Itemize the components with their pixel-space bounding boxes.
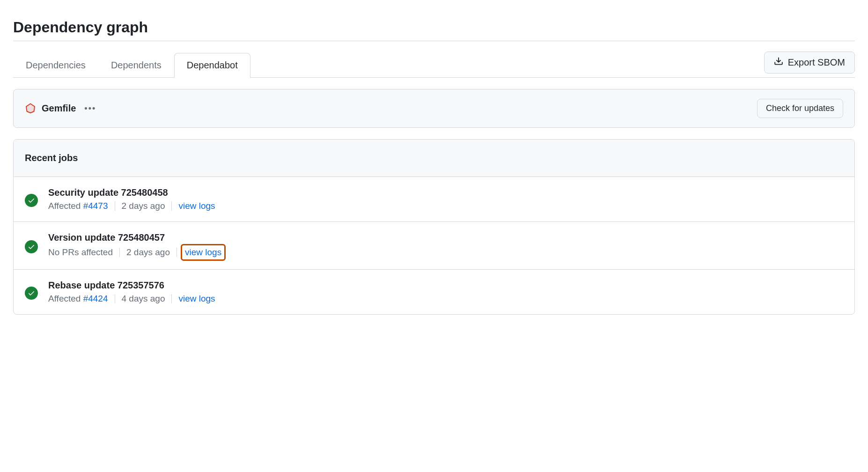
success-check-icon <box>25 240 38 253</box>
job-title: Security update 725480458 <box>48 187 215 198</box>
separator <box>177 248 177 257</box>
download-icon <box>774 57 783 68</box>
separator <box>115 201 115 211</box>
view-logs-link[interactable]: view logs <box>185 247 221 257</box>
job-body: Rebase update 725357576Affected #44244 d… <box>48 280 215 304</box>
job-title: Version update 725480457 <box>48 232 223 243</box>
job-row: Version update 725480457No PRs affected2… <box>14 222 854 270</box>
separator <box>171 201 172 211</box>
view-logs-wrap: view logs <box>178 201 215 211</box>
tabs-row: Dependencies Dependents Dependabot Expor… <box>13 52 855 78</box>
pr-link[interactable]: #4424 <box>83 294 108 303</box>
separator <box>115 294 115 303</box>
view-logs-wrap: view logs <box>178 294 215 304</box>
view-logs-link[interactable]: view logs <box>178 294 215 303</box>
job-affected: Affected #4424 <box>48 294 108 304</box>
job-meta: Affected #44244 days agoview logs <box>48 294 215 304</box>
recent-jobs-box: Recent jobs Security update 725480458Aff… <box>13 139 855 315</box>
job-affected: No PRs affected <box>48 247 113 258</box>
tabs: Dependencies Dependents Dependabot <box>13 52 764 77</box>
job-meta: Affected #44732 days agoview logs <box>48 201 215 211</box>
view-logs-wrap: view logs <box>181 244 226 261</box>
recent-jobs-heading: Recent jobs <box>14 140 854 177</box>
separator <box>171 294 172 303</box>
job-time: 2 days ago <box>126 247 170 258</box>
job-title: Rebase update 725357576 <box>48 280 215 291</box>
separator <box>119 248 120 257</box>
job-affected: Affected #4473 <box>48 201 108 211</box>
tab-dependabot[interactable]: Dependabot <box>174 53 250 77</box>
view-logs-link[interactable]: view logs <box>178 201 215 211</box>
job-time: 4 days ago <box>122 294 165 304</box>
success-check-icon <box>25 194 38 207</box>
job-row: Rebase update 725357576Affected #44244 d… <box>14 270 854 314</box>
job-row: Security update 725480458Affected #44732… <box>14 177 854 222</box>
tab-dependencies[interactable]: Dependencies <box>13 53 98 77</box>
gemfile-name: Gemfile <box>42 103 76 114</box>
success-check-icon <box>25 287 38 300</box>
ruby-icon <box>25 103 36 114</box>
page-title: Dependency graph <box>13 19 855 41</box>
export-sbom-label: Export SBOM <box>788 57 845 68</box>
job-body: Security update 725480458Affected #44732… <box>48 187 215 211</box>
export-sbom-button[interactable]: Export SBOM <box>764 52 855 74</box>
tab-dependents[interactable]: Dependents <box>98 53 174 77</box>
job-time: 2 days ago <box>122 201 165 211</box>
job-meta: No PRs affected2 days agoview logs <box>48 246 223 259</box>
job-body: Version update 725480457No PRs affected2… <box>48 232 223 259</box>
gemfile-box: Gemfile ••• Check for updates <box>13 89 855 128</box>
check-for-updates-button[interactable]: Check for updates <box>757 99 843 118</box>
kebab-icon[interactable]: ••• <box>84 103 96 113</box>
pr-link[interactable]: #4473 <box>83 201 108 211</box>
